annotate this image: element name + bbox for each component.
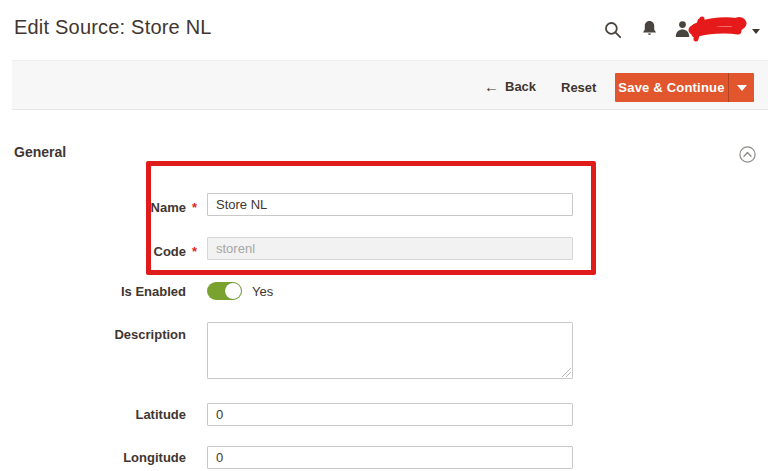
longitude-input[interactable] — [207, 446, 573, 469]
page-actions-bar: ← Back Reset Save & Continue — [12, 60, 768, 110]
search-icon[interactable] — [604, 21, 622, 43]
reset-button-label: Reset — [561, 80, 596, 95]
page-title: Edit Source: Store NL — [14, 16, 212, 39]
latitude-field-label: Latitude — [0, 407, 186, 422]
back-arrow-icon: ← — [484, 80, 499, 93]
description-textarea[interactable] — [207, 322, 573, 379]
save-dropdown-toggle[interactable] — [729, 73, 754, 102]
user-icon[interactable] — [674, 20, 691, 42]
code-input — [207, 237, 573, 260]
name-input[interactable] — [207, 193, 573, 216]
is-enabled-value: Yes — [252, 284, 273, 299]
latitude-input[interactable] — [207, 403, 573, 426]
is-enabled-toggle[interactable] — [207, 282, 242, 300]
reset-button[interactable]: Reset — [561, 80, 596, 95]
name-field-label: Name — [0, 200, 186, 215]
collapse-section-icon[interactable] — [739, 146, 756, 163]
bell-icon[interactable] — [641, 20, 658, 43]
description-field-label: Description — [0, 327, 186, 342]
section-title-general: General — [14, 144, 66, 160]
toggle-knob — [225, 283, 241, 299]
save-continue-label: Save & Continue — [615, 73, 728, 102]
back-button-label: Back — [505, 79, 536, 94]
code-field-label: Code — [0, 244, 186, 259]
caret-down-icon — [737, 85, 747, 91]
is-enabled-field-label: Is Enabled — [0, 284, 186, 299]
back-button[interactable]: ← Back — [484, 79, 536, 94]
save-continue-button[interactable]: Save & Continue — [615, 73, 754, 102]
name-required-marker: * — [192, 200, 204, 215]
longitude-field-label: Longitude — [0, 450, 186, 465]
annotation-scribble — [688, 13, 751, 47]
account-caret-icon[interactable] — [752, 29, 760, 34]
code-required-marker: * — [192, 244, 204, 259]
